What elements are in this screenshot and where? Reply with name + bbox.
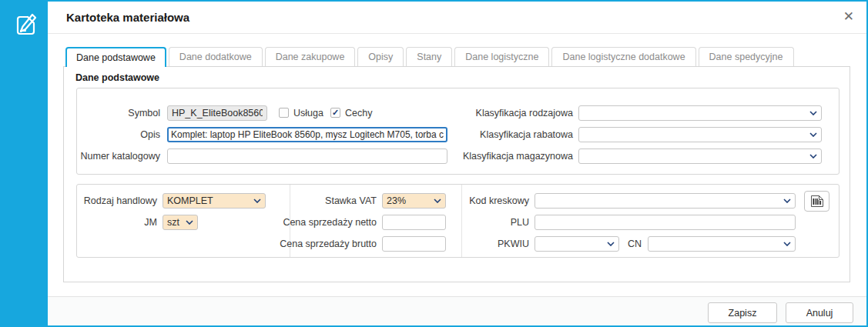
section-heading: Dane podstawowe: [75, 72, 159, 83]
symbol-label: Symbol: [77, 105, 160, 121]
klasyfikacja-magazynowa-label: Klasyfikacja magazynowa: [400, 148, 573, 164]
cena-netto-label: Cena sprzedaży netto: [193, 215, 377, 230]
chevron-down-icon: [809, 132, 817, 137]
material-card-dialog: Kartoteka materiałowa ✕ Dane podstawowe …: [0, 0, 868, 327]
klasyfikacja-magazynowa-select[interactable]: [578, 148, 822, 164]
usluga-checkbox[interactable]: [279, 108, 289, 118]
tab-dane-logistyczne[interactable]: Dane logistyczne: [454, 47, 549, 66]
klasyfikacja-rabatowa-label: Klasyfikacja rabatowa: [400, 127, 573, 142]
sidebar: [2, 2, 48, 325]
plu-field[interactable]: [535, 215, 796, 230]
usluga-label: Usługa: [293, 105, 323, 121]
chevron-down-icon: [809, 154, 817, 158]
kod-kreskowy-select[interactable]: [535, 193, 796, 209]
kod-kreskowy-label: Kod kreskowy: [437, 193, 529, 209]
cn-label: CN: [620, 236, 642, 252]
barcode-icon: [809, 195, 825, 208]
symbol-field[interactable]: [167, 105, 267, 121]
klasyfikacja-rodzajowa-label: Klasyfikacja rodzajowa: [400, 105, 573, 121]
klasyfikacja-rabatowa-select[interactable]: [578, 127, 822, 142]
opis-label: Opis: [77, 127, 160, 142]
cechy-checkbox[interactable]: ✓: [330, 108, 340, 118]
pkwiu-select[interactable]: [535, 236, 619, 252]
tab-dane-podstawowe[interactable]: Dane podstawowe: [65, 47, 166, 67]
chevron-down-icon: [783, 199, 791, 203]
klasyfikacja-rodzajowa-select[interactable]: [578, 105, 822, 121]
cena-brutto-label: Cena sprzedaży brutto: [193, 236, 377, 252]
trade-data-box: Rodzaj handlowy KOMPLET JM szt Stawka VA…: [76, 184, 840, 258]
plu-label: PLU: [437, 215, 529, 230]
pkwiu-label: PKWIU: [437, 236, 529, 252]
tab-stany[interactable]: Stany: [406, 47, 452, 66]
tab-dane-dodatkowe[interactable]: Dane dodatkowe: [169, 47, 263, 66]
check-icon: ✓: [332, 108, 339, 117]
cancel-button[interactable]: Anuluj: [786, 302, 853, 323]
stawka-vat-label: Stawka VAT: [193, 193, 377, 209]
dialog-header: Kartoteka materiałowa: [48, 2, 866, 34]
tab-dane-logistyczne-dodatkowe[interactable]: Dane logistyczne dodatkowe: [551, 47, 695, 66]
numer-katalogowy-label: Numer katalogowy: [77, 148, 160, 164]
cechy-label: Cechy: [345, 105, 372, 121]
barcode-button[interactable]: [804, 191, 829, 212]
close-icon[interactable]: ✕: [843, 9, 854, 25]
tab-dane-spedycyjne[interactable]: Dane spedycyjne: [699, 47, 794, 66]
cn-select[interactable]: [648, 236, 796, 252]
tab-panel: Dane podstawowe Symbol Usługa ✓ Cechy Op…: [63, 66, 850, 282]
tab-opisy[interactable]: Opisy: [357, 47, 404, 66]
tab-dane-zakupowe[interactable]: Dane zakupowe: [265, 47, 356, 66]
save-button[interactable]: Zapisz: [708, 302, 777, 323]
jm-label: JM: [77, 215, 157, 230]
page-title: Kartoteka materiałowa: [66, 2, 189, 34]
basic-data-box: Symbol Usługa ✓ Cechy Opis Numer katalog…: [76, 88, 840, 175]
tab-bar: Dane podstawowe Dane dodatkowe Dane zaku…: [65, 47, 794, 67]
chevron-down-icon: [607, 242, 615, 246]
chevron-down-icon: [809, 111, 817, 115]
chevron-down-icon: [783, 242, 791, 246]
rodzaj-handlowy-label: Rodzaj handlowy: [77, 193, 157, 209]
